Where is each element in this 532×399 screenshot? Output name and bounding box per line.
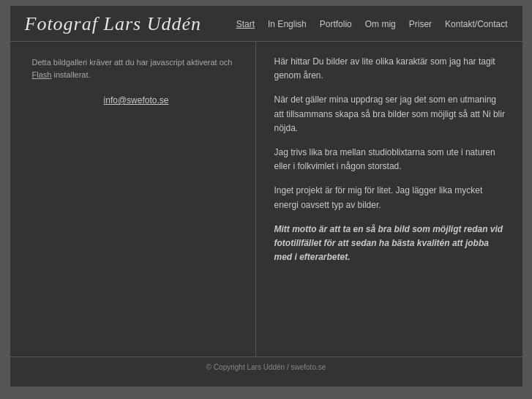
- paragraph-1: Här hittar Du bilder av lite olika karak…: [274, 55, 508, 83]
- footer: © Copyright Lars Uddén / swefoto.se: [10, 357, 522, 377]
- main-nav: Start In English Portfolio Om mig Priser…: [236, 19, 508, 29]
- paragraph-2: När det gäller mina uppdrag ser jag det …: [274, 93, 508, 135]
- gallery-notice: Detta bildgalleri kräver att du har java…: [32, 56, 241, 81]
- flash-link[interactable]: Flash: [32, 70, 52, 79]
- paragraph-4: Inget projekt är för mig för litet. Jag …: [274, 184, 508, 212]
- nav-in-english[interactable]: In English: [268, 19, 307, 29]
- header: Fotograf Lars Uddén Start In English Por…: [10, 6, 522, 42]
- footer-text: © Copyright Lars Uddén / swefoto.se: [206, 363, 326, 371]
- site-title: Fotograf Lars Uddén: [25, 13, 201, 35]
- nav-priser[interactable]: Priser: [409, 19, 432, 29]
- nav-portfolio[interactable]: Portfolio: [320, 19, 352, 29]
- paragraph-3: Jag trivs lika bra mellan studioblixtarn…: [274, 146, 508, 174]
- nav-start[interactable]: Start: [236, 19, 255, 29]
- nav-om-mig[interactable]: Om mig: [365, 19, 396, 29]
- email-link[interactable]: info@swefoto.se: [32, 95, 241, 105]
- right-panel: Här hittar Du bilder av lite olika karak…: [256, 42, 522, 357]
- main-container: Fotograf Lars Uddén Start In English Por…: [10, 6, 522, 387]
- motto-text: Mitt motto är att ta en så bra bild som …: [274, 223, 508, 265]
- nav-kontakt[interactable]: Kontakt/Contact: [445, 19, 507, 29]
- left-panel: Detta bildgalleri kräver att du har java…: [10, 42, 256, 357]
- content-area: Detta bildgalleri kräver att du har java…: [10, 42, 522, 357]
